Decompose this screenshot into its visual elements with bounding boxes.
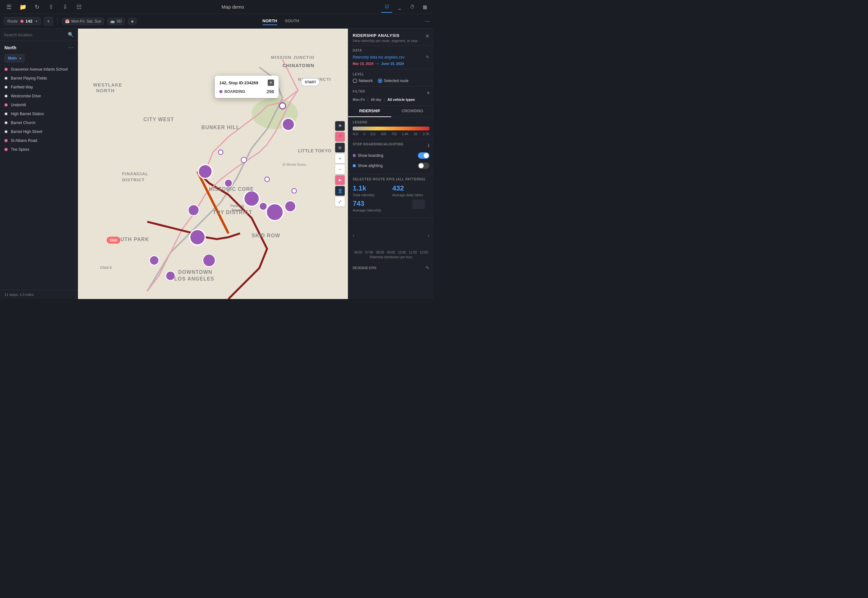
panel-close-button[interactable]: ✕ <box>425 33 429 39</box>
stop-item[interactable]: High Barnet Station <box>0 109 78 118</box>
legend-428: 428 <box>381 132 387 136</box>
stop-item[interactable]: Barnet Playing Fields <box>0 74 78 83</box>
add-route-button[interactable]: + <box>44 17 53 26</box>
revenue-title: REVENUE KPIS <box>353 266 376 270</box>
person-pin-icon[interactable]: ☑ <box>381 1 393 13</box>
chart-bars <box>387 223 396 249</box>
route-number: 142 <box>25 19 33 24</box>
stop-item[interactable]: Westcombe Drive <box>0 91 78 100</box>
boarding-toggle-thumb <box>424 153 429 158</box>
legend-section: LEGEND N.D 0 211 428 753 1.4K 2K 2.7K <box>348 117 434 139</box>
flag-control[interactable]: ⚑ <box>335 121 345 131</box>
map-popup: 142, Stop ID:234269 ✕ BOARDING 298 <box>215 76 279 98</box>
svg-point-10 <box>190 229 205 245</box>
tab-north[interactable]: NORTH <box>262 17 277 25</box>
layers-icon: ◈ <box>131 19 134 24</box>
zoom-in[interactable]: + <box>335 154 345 163</box>
main-dropdown[interactable]: Main ▾ <box>4 54 24 62</box>
chart-time-label: 06:00 <box>354 251 362 254</box>
search-icon[interactable]: 🔍 <box>68 32 74 37</box>
avg-daily-value: 432 <box>393 184 430 193</box>
expand-icon[interactable]: ⤢ <box>335 197 345 206</box>
data-section: DATA Ridership data los angeles.csv ✎ Ma… <box>348 45 434 69</box>
svg-text:CITY WEST: CITY WEST <box>143 117 174 122</box>
chart-section: ‹ › 06:0007:0008:0009:0010:0011:0012:00 … <box>348 218 434 262</box>
layer-chip[interactable]: ◈ <box>128 18 136 25</box>
schedule-label: Mon-Fri, Sat, Sun <box>71 19 101 24</box>
chart-next-button[interactable]: › <box>428 233 429 238</box>
folder-icon[interactable]: 📁 <box>17 1 28 13</box>
revenue-edit-icon[interactable]: ✎ <box>426 265 429 271</box>
panel-subtitle: View ridership per route, segment, or st… <box>353 39 418 43</box>
tab-crowding[interactable]: CROWDING <box>391 106 434 117</box>
svg-point-12 <box>166 271 175 281</box>
route-selector[interactable]: Route: 142 ▾ <box>4 17 41 25</box>
stop-name: Barnet Church <box>11 121 35 125</box>
compass-icon[interactable]: ➤ <box>335 175 345 185</box>
clock-icon[interactable]: ⏱ <box>406 1 418 13</box>
boarding-dot <box>353 154 356 157</box>
route-control[interactable]: ⊕ <box>335 143 345 152</box>
stop-name: Fairfield Way <box>11 85 33 90</box>
person-icon[interactable]: 👤 <box>335 186 345 196</box>
chart-prev-button[interactable]: ‹ <box>353 233 354 238</box>
level-route-option[interactable]: Selected route <box>378 79 408 83</box>
svg-point-2 <box>279 103 285 109</box>
section-more-button[interactable]: ··· <box>69 44 73 51</box>
date-from: Mar 15, 2024 <box>353 62 373 66</box>
popup-metric-label: BOARDING <box>224 90 245 94</box>
stop-item[interactable]: The Spires <box>0 145 78 154</box>
alighting-toggle-thumb <box>418 163 424 168</box>
boarding-label: STOP BOARDING/ALIGHTING <box>353 142 403 146</box>
download-icon[interactable]: ⇩ <box>59 1 70 13</box>
edit-icon[interactable]: ✎ <box>426 55 429 60</box>
schedule-chip[interactable]: 📅 Mon-Fri, Sat, Sun <box>62 18 104 25</box>
map-area[interactable]: MISSION JUNCTIO CHINATOWN NAUD JUNCTI WE… <box>78 28 348 299</box>
depot-chip[interactable]: 🚌 SD <box>107 18 125 25</box>
stop-list: Grasvenor Avenue Infants SchoolBarnet Pl… <box>0 65 78 290</box>
grid-icon[interactable]: ▦ <box>419 1 431 13</box>
boarding-toggle[interactable] <box>418 152 429 159</box>
chart-nav: ‹ › <box>353 221 429 250</box>
level-label: LEVEL <box>353 73 429 76</box>
pin-control[interactable]: 📍 <box>335 132 345 142</box>
legend-nd: N.D <box>353 132 358 136</box>
stop-item[interactable]: Barnet High Street <box>0 127 78 136</box>
stop-item[interactable]: Barnet Church <box>0 118 78 127</box>
svg-point-9 <box>188 205 199 216</box>
stop-name: Grasvenor Avenue Infants School <box>11 67 68 72</box>
chart-time-label: 07:00 <box>365 251 373 254</box>
svg-text:Pershing: Pershing <box>231 204 244 208</box>
alighting-toggle[interactable] <box>418 163 429 169</box>
routes-icon[interactable]: ⎯ <box>394 1 405 13</box>
stop-item[interactable]: Underhill <box>0 100 78 109</box>
show-boarding-row: Show boarding <box>353 151 429 161</box>
level-network-option[interactable]: Network <box>353 79 373 83</box>
popup-close-button[interactable]: ✕ <box>268 79 274 86</box>
svg-text:DOWNTOWN: DOWNTOWN <box>178 269 213 275</box>
tab-south[interactable]: SOUTH <box>285 17 300 25</box>
zoom-out[interactable]: − <box>335 164 345 174</box>
stop-item[interactable]: St Albans Road <box>0 136 78 145</box>
more-options-button[interactable]: ··· <box>425 18 430 24</box>
upload-icon[interactable]: ⇧ <box>45 1 57 13</box>
search-input[interactable] <box>4 33 65 37</box>
svg-point-5 <box>244 191 259 206</box>
stop-dot <box>4 77 7 80</box>
settings-icon[interactable]: ☷ <box>73 1 85 13</box>
total-ridership-kpi: 1.1k Total ridership <box>353 184 390 197</box>
stop-dot <box>4 148 7 151</box>
panel-title: RIDERSHIP ANALYSIS <box>353 33 418 38</box>
info-icon[interactable]: ℹ <box>428 143 429 148</box>
date-separator: — <box>375 61 379 66</box>
stop-item[interactable]: Grasvenor Avenue Infants School <box>0 65 78 74</box>
stop-name: High Barnet Station <box>11 112 44 116</box>
route-color-dot <box>20 20 24 23</box>
filter-expand-icon[interactable]: ▾ <box>427 90 429 96</box>
refresh-icon[interactable]: ↻ <box>31 1 43 13</box>
menu-icon[interactable]: ☰ <box>3 1 15 13</box>
stop-item[interactable]: Fairfield Way <box>0 83 78 91</box>
data-file-link[interactable]: Ridership data los angeles.csv <box>353 55 405 60</box>
svg-text:WESTLAKE: WESTLAKE <box>93 82 122 87</box>
tab-ridership[interactable]: RIDERSHIP <box>348 106 391 117</box>
